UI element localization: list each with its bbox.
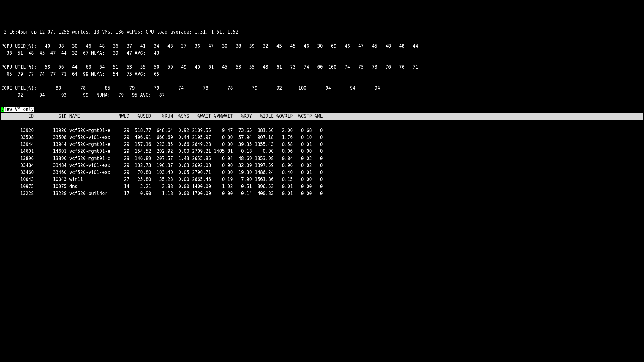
table-row[interactable]: 13944 13944 vcf520-mgmt01-e 29 157.16 22… <box>1 141 643 148</box>
table-row[interactable]: 14601 14601 vcf520-mgmt01-e 29 154.52 20… <box>1 148 643 155</box>
table-row[interactable]: 33508 33508 vcf520-vi01-esx 29 496.91 66… <box>1 134 643 141</box>
table-row[interactable]: 13228 13228 vcf520-builder 17 0.90 1.18 … <box>1 190 643 197</box>
table-header: ID GID NAME NWLD %USED %RUN %SYS %WAIT %… <box>1 113 643 120</box>
pcpu-util-line: PCPU UTIL(%): 58 56 44 60 64 51 53 55 50… <box>1 64 643 78</box>
mode-rest: iew VM only <box>4 107 34 112</box>
pcpu-used-line: PCPU USED(%): 40 38 30 46 48 36 37 41 34… <box>1 43 643 57</box>
table-row[interactable]: 13920 13920 vcf520-mgmt01-e 29 518.77 64… <box>1 127 643 134</box>
summary-line: 2:10:45pm up 12:07, 1255 worlds, 10 VMs,… <box>1 29 643 36</box>
table-row[interactable]: 13896 13896 vcf520-mgmt01-e 29 146.89 20… <box>1 155 643 162</box>
table-row[interactable]: 33460 33460 vcf520-vi01-esx 29 70.80 103… <box>1 169 643 176</box>
table-row[interactable]: 10975 10975 dns 14 2.21 2.88 0.00 1400.0… <box>1 183 643 190</box>
core-util-line: CORE UTIL(%): 80 78 85 79 79 74 78 78 79… <box>1 85 643 99</box>
table-body: 13920 13920 vcf520-mgmt01-e 29 518.77 64… <box>1 127 643 197</box>
mode-first-char: V <box>1 107 4 112</box>
table-row[interactable]: 33484 33484 vcf520-vi01-esx 29 132.73 19… <box>1 162 643 169</box>
mode-indicator: View VM only <box>1 106 34 113</box>
table-row[interactable]: 10043 10043 win11 27 25.80 35.23 0.00 26… <box>1 176 643 183</box>
